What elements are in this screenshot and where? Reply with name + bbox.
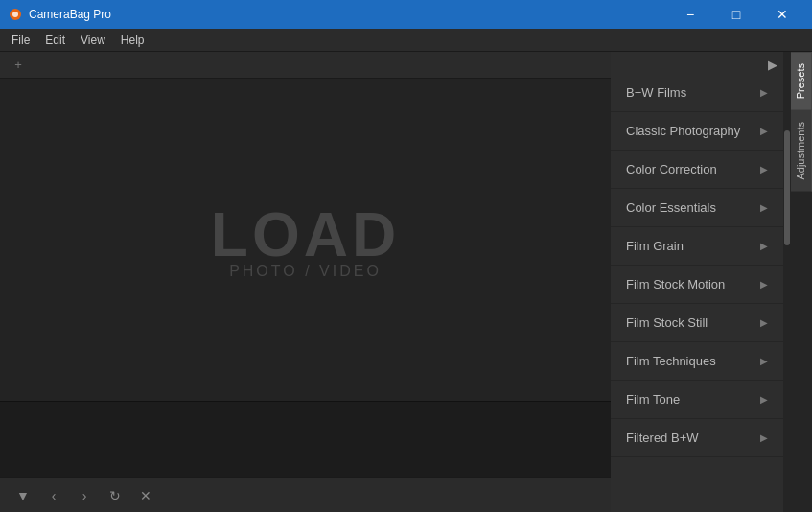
titlebar: CameraBag Pro − □ ✕ <box>0 0 812 29</box>
canvas-toolbar: + <box>0 52 611 79</box>
menu-file[interactable]: File <box>4 32 37 49</box>
main-area: + LOAD PHOTO / VIDEO ▼ ‹ › ↻ ✕ ▶ B+W Fil… <box>0 52 812 512</box>
dropdown-button[interactable]: ▼ <box>12 484 35 507</box>
minimize-button[interactable]: − <box>668 0 712 29</box>
filmstrip[interactable] <box>0 401 611 477</box>
reset-button[interactable]: ↻ <box>104 484 127 507</box>
preset-label: Color Essentials <box>626 200 716 215</box>
list-item[interactable]: Film Stock Still ▶ <box>611 304 783 342</box>
menu-edit[interactable]: Edit <box>37 32 73 49</box>
presets-list[interactable]: ▶ B+W Films ▶ Classic Photography ▶ Colo… <box>611 52 783 512</box>
list-item[interactable]: Color Correction ▶ <box>611 151 783 189</box>
maximize-button[interactable]: □ <box>714 0 758 29</box>
preset-label: Color Correction <box>626 162 717 176</box>
list-item[interactable]: Film Stock Motion ▶ <box>611 266 783 304</box>
preset-label: B+W Films <box>626 85 686 100</box>
scrollbar-thumb[interactable] <box>784 130 790 245</box>
list-item[interactable]: Film Grain ▶ <box>611 227 783 266</box>
preset-arrow-icon: ▶ <box>760 241 768 251</box>
preset-arrow-icon: ▶ <box>760 87 768 98</box>
menubar: File Edit View Help <box>0 29 812 52</box>
expand-top-button[interactable]: ▶ <box>768 58 777 72</box>
load-subtitle: PHOTO / VIDEO <box>211 263 400 280</box>
preset-label: Filtered B+W <box>626 431 699 445</box>
next-button[interactable]: › <box>73 484 96 507</box>
menu-view[interactable]: View <box>73 32 113 49</box>
list-item[interactable]: B+W Films ▶ <box>611 74 783 112</box>
preset-label: Film Stock Motion <box>626 277 725 291</box>
list-item[interactable]: Color Essentials ▶ <box>611 189 783 227</box>
app-title: CameraBag Pro <box>29 8 668 21</box>
load-prompt: LOAD PHOTO / VIDEO <box>211 199 400 280</box>
preset-arrow-icon: ▶ <box>760 164 768 175</box>
preset-arrow-icon: ▶ <box>760 356 768 366</box>
preset-arrow-icon: ▶ <box>760 279 768 290</box>
preset-label: Film Techniques <box>626 354 716 368</box>
close-button[interactable]: ✕ <box>760 0 804 29</box>
preset-arrow-icon: ▶ <box>760 432 768 443</box>
preset-label: Classic Photography <box>626 124 740 138</box>
preset-label: Film Stock Still <box>626 315 708 330</box>
preset-label: Film Tone <box>626 392 680 407</box>
preset-arrow-icon: ▶ <box>760 394 768 405</box>
bottom-toolbar: ▼ ‹ › ↻ ✕ <box>0 477 611 512</box>
canvas-main[interactable]: LOAD PHOTO / VIDEO <box>0 79 611 401</box>
tab-adjustments[interactable]: Adjustments <box>791 110 812 192</box>
right-panel: ▶ B+W Films ▶ Classic Photography ▶ Colo… <box>611 52 812 512</box>
close-media-button[interactable]: ✕ <box>134 484 157 507</box>
scrollbar[interactable] <box>783 52 791 512</box>
canvas-area: + LOAD PHOTO / VIDEO ▼ ‹ › ↻ ✕ <box>0 52 611 512</box>
preset-arrow-icon: ▶ <box>760 202 768 213</box>
preset-arrow-icon: ▶ <box>760 126 768 136</box>
list-item[interactable]: Filtered B+W ▶ <box>611 419 783 457</box>
list-item[interactable]: Classic Photography ▶ <box>611 112 783 151</box>
add-button[interactable]: + <box>8 55 29 76</box>
svg-point-1 <box>12 12 18 17</box>
menu-help[interactable]: Help <box>113 32 152 49</box>
list-item[interactable]: Film Tone ▶ <box>611 381 783 419</box>
preset-arrow-icon: ▶ <box>760 317 768 328</box>
app-icon <box>8 7 23 22</box>
tab-presets[interactable]: Presets <box>791 52 812 110</box>
preset-label: Film Grain <box>626 239 684 253</box>
prev-button[interactable]: ‹ <box>42 484 65 507</box>
window-controls: − □ ✕ <box>668 0 804 29</box>
side-tabs: Presets Adjustments <box>791 52 812 512</box>
list-item[interactable]: Film Techniques ▶ <box>611 342 783 381</box>
load-title: LOAD <box>211 199 400 270</box>
